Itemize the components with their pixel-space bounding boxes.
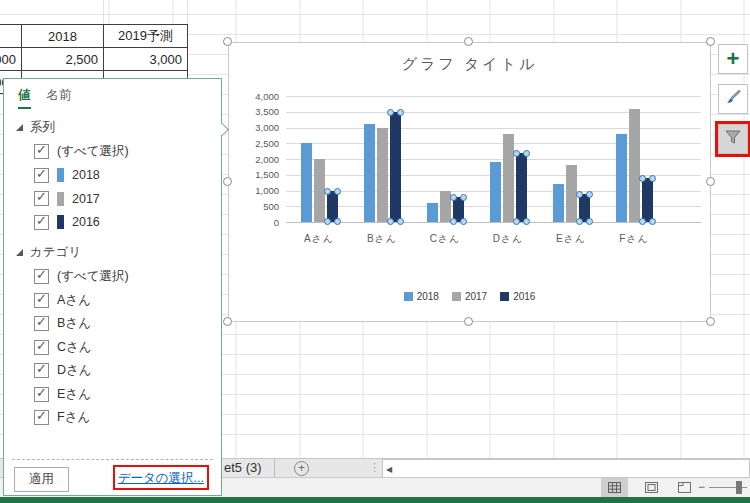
chart-styles-button[interactable] xyxy=(718,84,748,114)
chart-bar-2016[interactable] xyxy=(579,194,590,222)
selection-handle-icon[interactable] xyxy=(397,109,404,116)
selection-handle-icon[interactable] xyxy=(513,218,520,225)
select-data-link[interactable]: データの選択... xyxy=(118,471,204,485)
checkbox[interactable]: ✓ xyxy=(34,168,49,183)
new-sheet-button[interactable]: + xyxy=(294,461,309,476)
tab-resize-dots-icon[interactable]: ⋮ xyxy=(369,461,380,474)
filter-section-header[interactable]: カテゴリ xyxy=(16,244,221,261)
normal-view-button[interactable] xyxy=(601,478,628,497)
selection-handle-icon[interactable] xyxy=(639,175,646,182)
filter-item[interactable]: ✓(すべて選択) xyxy=(34,140,221,164)
chart-bar-2016[interactable] xyxy=(642,178,653,222)
checkbox[interactable]: ✓ xyxy=(34,215,49,230)
chart-resize-handle[interactable] xyxy=(706,177,715,186)
selection-handle-icon[interactable] xyxy=(324,218,331,225)
selection-handle-icon[interactable] xyxy=(586,218,593,225)
legend-item[interactable]: 2018 xyxy=(404,291,439,302)
page-layout-view-button[interactable] xyxy=(639,478,663,497)
selection-handle-icon[interactable] xyxy=(397,218,404,225)
selection-handle-icon[interactable] xyxy=(460,218,467,225)
checkbox[interactable]: ✓ xyxy=(34,363,49,378)
selection-handle-icon[interactable] xyxy=(460,194,467,201)
cell[interactable]: 2,500 xyxy=(22,48,104,71)
chart-bar-2016[interactable] xyxy=(327,191,338,223)
chart-filters-button[interactable] xyxy=(718,124,748,154)
selection-handle-icon[interactable] xyxy=(450,218,457,225)
tab-values[interactable]: 値 xyxy=(18,87,31,109)
selection-handle-icon[interactable] xyxy=(450,194,457,201)
filter-item[interactable]: ✓2018 xyxy=(34,164,221,188)
chart-legend[interactable]: 201820172016 xyxy=(229,291,710,302)
horizontal-scrollbar[interactable]: ◀ xyxy=(382,459,750,478)
filter-item[interactable]: ✓2017 xyxy=(34,187,221,211)
chart-bar-2016[interactable] xyxy=(390,112,401,222)
chart-bar-2017[interactable] xyxy=(377,128,388,223)
selection-handle-icon[interactable] xyxy=(387,218,394,225)
selection-handle-icon[interactable] xyxy=(576,218,583,225)
selection-handle-icon[interactable] xyxy=(387,109,394,116)
selection-handle-icon[interactable] xyxy=(334,218,341,225)
selection-handle-icon[interactable] xyxy=(513,150,520,157)
sheet-tab[interactable]: et5 (3) xyxy=(224,460,262,475)
selection-handle-icon[interactable] xyxy=(649,218,656,225)
checkbox[interactable]: ✓ xyxy=(34,144,49,159)
checkbox[interactable]: ✓ xyxy=(34,410,49,425)
filter-item[interactable]: ✓(すべて選択) xyxy=(34,265,221,289)
filter-item[interactable]: ✓2016 xyxy=(34,211,221,235)
chart-bar-2018[interactable] xyxy=(427,203,438,222)
zoom-out-icon[interactable]: − xyxy=(698,480,705,494)
chart-resize-handle[interactable] xyxy=(706,37,715,46)
filter-item[interactable]: ✓Eさん xyxy=(34,383,221,407)
chart-resize-handle[interactable] xyxy=(706,317,715,326)
selection-handle-icon[interactable] xyxy=(523,218,530,225)
chart-bar-2018[interactable] xyxy=(490,162,501,222)
chart-title[interactable]: グラフ タイトル xyxy=(229,55,710,74)
selection-handle-icon[interactable] xyxy=(334,188,341,195)
chart-bar-2017[interactable] xyxy=(440,191,451,223)
selection-handle-icon[interactable] xyxy=(639,218,646,225)
filter-item[interactable]: ✓Dさん xyxy=(34,359,221,383)
chart-bar-2018[interactable] xyxy=(553,184,564,222)
chart-bar-2018[interactable] xyxy=(364,124,375,222)
selection-handle-icon[interactable] xyxy=(324,188,331,195)
chart-bar-2016[interactable] xyxy=(453,197,464,222)
selection-handle-icon[interactable] xyxy=(586,191,593,198)
checkbox[interactable]: ✓ xyxy=(34,316,49,331)
checkbox[interactable]: ✓ xyxy=(34,340,49,355)
chart-resize-handle[interactable] xyxy=(464,37,473,46)
chart-area[interactable]: グラフ タイトル 05001,0001,5002,0002,5003,0003,… xyxy=(228,42,711,322)
chart-bar-2017[interactable] xyxy=(503,134,514,222)
cell-clipped[interactable]: 2,000 xyxy=(0,48,22,71)
column-header-2019[interactable]: 2019予測 xyxy=(104,25,188,48)
checkbox[interactable]: ✓ xyxy=(34,269,49,284)
filter-section-header[interactable]: 系列 xyxy=(16,119,221,136)
column-header-2018[interactable]: 2018 xyxy=(22,25,104,48)
chart-bar-2016[interactable] xyxy=(516,153,527,222)
selection-handle-icon[interactable] xyxy=(523,150,530,157)
chart-resize-handle[interactable] xyxy=(223,177,232,186)
legend-item[interactable]: 2016 xyxy=(500,291,535,302)
chart-elements-button[interactable]: + xyxy=(718,44,748,74)
filter-item[interactable]: ✓Aさん xyxy=(34,289,221,313)
chart-bar-2018[interactable] xyxy=(616,134,627,222)
chart-bar-2018[interactable] xyxy=(301,143,312,222)
chart-resize-handle[interactable] xyxy=(223,37,232,46)
checkbox[interactable]: ✓ xyxy=(34,387,49,402)
cell[interactable]: 3,000 xyxy=(104,48,188,71)
filter-item[interactable]: ✓Fさん xyxy=(34,406,221,430)
filter-item[interactable]: ✓Bさん xyxy=(34,312,221,336)
checkbox[interactable]: ✓ xyxy=(34,293,49,308)
legend-item[interactable]: 2017 xyxy=(452,291,487,302)
zoom-slider-thumb[interactable] xyxy=(736,481,742,494)
selection-handle-icon[interactable] xyxy=(576,191,583,198)
selection-handle-icon[interactable] xyxy=(649,175,656,182)
scroll-left-icon[interactable]: ◀ xyxy=(386,465,392,474)
filter-item[interactable]: ✓Cさん xyxy=(34,336,221,360)
chart-resize-handle[interactable] xyxy=(464,317,473,326)
chart-bar-2017[interactable] xyxy=(314,159,325,222)
chart-bar-2017[interactable] xyxy=(566,165,577,222)
tab-names[interactable]: 名前 xyxy=(47,87,72,109)
page-break-view-button[interactable] xyxy=(672,478,696,497)
apply-button[interactable]: 適用 xyxy=(14,467,69,492)
checkbox[interactable]: ✓ xyxy=(34,191,49,206)
